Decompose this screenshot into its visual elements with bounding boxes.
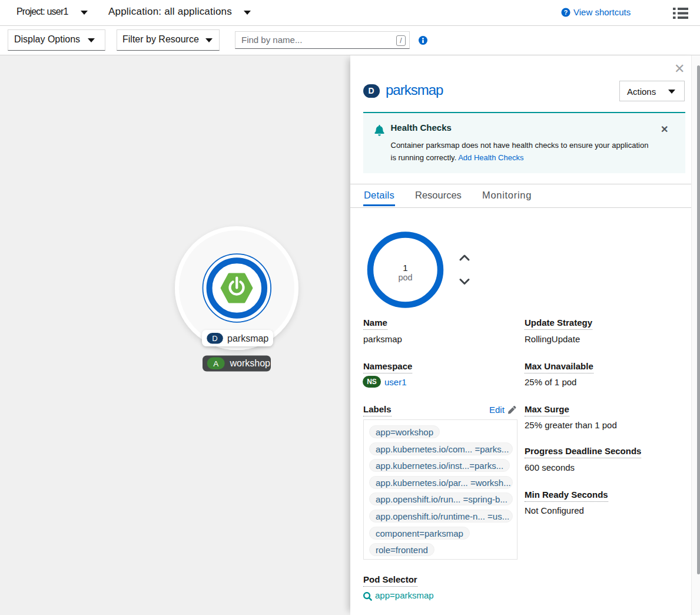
svg-text:workshop: workshop xyxy=(230,358,271,368)
svg-text:D: D xyxy=(212,334,217,343)
svg-text:pod: pod xyxy=(398,273,412,282)
svg-text:parksmap: parksmap xyxy=(227,333,268,343)
svg-text:?: ? xyxy=(564,9,568,16)
svg-text:A: A xyxy=(213,359,218,368)
svg-text:1: 1 xyxy=(403,263,407,273)
